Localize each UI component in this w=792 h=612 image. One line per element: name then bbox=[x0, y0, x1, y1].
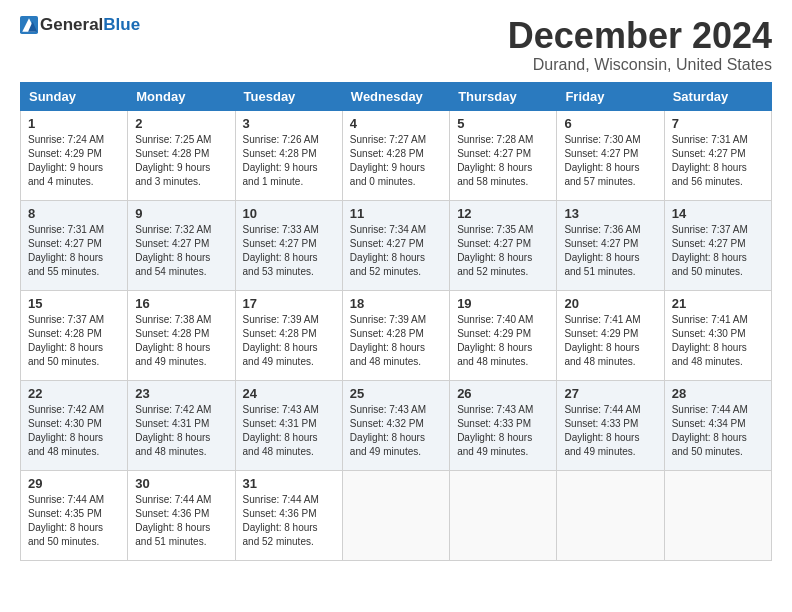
calendar-cell: 31 Sunrise: 7:44 AMSunset: 4:36 PMDaylig… bbox=[235, 470, 342, 560]
day-info: Sunrise: 7:32 AMSunset: 4:27 PMDaylight:… bbox=[135, 224, 211, 277]
day-info: Sunrise: 7:43 AMSunset: 4:33 PMDaylight:… bbox=[457, 404, 533, 457]
day-info: Sunrise: 7:40 AMSunset: 4:29 PMDaylight:… bbox=[457, 314, 533, 367]
calendar-cell: 1 Sunrise: 7:24 AMSunset: 4:29 PMDayligh… bbox=[21, 110, 128, 200]
month-title: December 2024 bbox=[508, 16, 772, 56]
day-info: Sunrise: 7:31 AMSunset: 4:27 PMDaylight:… bbox=[672, 134, 748, 187]
calendar-cell: 7 Sunrise: 7:31 AMSunset: 4:27 PMDayligh… bbox=[664, 110, 771, 200]
day-number: 11 bbox=[350, 206, 442, 221]
col-tuesday: Tuesday bbox=[235, 82, 342, 110]
day-number: 16 bbox=[135, 296, 227, 311]
day-number: 26 bbox=[457, 386, 549, 401]
calendar-cell: 2 Sunrise: 7:25 AMSunset: 4:28 PMDayligh… bbox=[128, 110, 235, 200]
calendar-cell: 27 Sunrise: 7:44 AMSunset: 4:33 PMDaylig… bbox=[557, 380, 664, 470]
day-info: Sunrise: 7:33 AMSunset: 4:27 PMDaylight:… bbox=[243, 224, 319, 277]
day-info: Sunrise: 7:44 AMSunset: 4:36 PMDaylight:… bbox=[243, 494, 319, 547]
day-info: Sunrise: 7:37 AMSunset: 4:28 PMDaylight:… bbox=[28, 314, 104, 367]
day-info: Sunrise: 7:38 AMSunset: 4:28 PMDaylight:… bbox=[135, 314, 211, 367]
day-info: Sunrise: 7:30 AMSunset: 4:27 PMDaylight:… bbox=[564, 134, 640, 187]
calendar-week-2: 8 Sunrise: 7:31 AMSunset: 4:27 PMDayligh… bbox=[21, 200, 772, 290]
page-header: GeneralBlue December 2024 Durand, Wiscon… bbox=[20, 16, 772, 74]
logo: GeneralBlue bbox=[20, 16, 140, 35]
day-info: Sunrise: 7:31 AMSunset: 4:27 PMDaylight:… bbox=[28, 224, 104, 277]
col-sunday: Sunday bbox=[21, 82, 128, 110]
calendar-week-4: 22 Sunrise: 7:42 AMSunset: 4:30 PMDaylig… bbox=[21, 380, 772, 470]
calendar-cell: 16 Sunrise: 7:38 AMSunset: 4:28 PMDaylig… bbox=[128, 290, 235, 380]
calendar-cell: 9 Sunrise: 7:32 AMSunset: 4:27 PMDayligh… bbox=[128, 200, 235, 290]
day-number: 12 bbox=[457, 206, 549, 221]
day-number: 28 bbox=[672, 386, 764, 401]
day-number: 20 bbox=[564, 296, 656, 311]
calendar-cell: 14 Sunrise: 7:37 AMSunset: 4:27 PMDaylig… bbox=[664, 200, 771, 290]
logo-blue: Blue bbox=[103, 15, 140, 34]
day-number: 4 bbox=[350, 116, 442, 131]
day-info: Sunrise: 7:41 AMSunset: 4:29 PMDaylight:… bbox=[564, 314, 640, 367]
col-monday: Monday bbox=[128, 82, 235, 110]
col-saturday: Saturday bbox=[664, 82, 771, 110]
col-thursday: Thursday bbox=[450, 82, 557, 110]
day-number: 7 bbox=[672, 116, 764, 131]
day-info: Sunrise: 7:41 AMSunset: 4:30 PMDaylight:… bbox=[672, 314, 748, 367]
calendar-cell: 15 Sunrise: 7:37 AMSunset: 4:28 PMDaylig… bbox=[21, 290, 128, 380]
day-number: 22 bbox=[28, 386, 120, 401]
day-number: 30 bbox=[135, 476, 227, 491]
day-number: 27 bbox=[564, 386, 656, 401]
day-info: Sunrise: 7:28 AMSunset: 4:27 PMDaylight:… bbox=[457, 134, 533, 187]
calendar-cell: 3 Sunrise: 7:26 AMSunset: 4:28 PMDayligh… bbox=[235, 110, 342, 200]
day-number: 21 bbox=[672, 296, 764, 311]
calendar-cell: 29 Sunrise: 7:44 AMSunset: 4:35 PMDaylig… bbox=[21, 470, 128, 560]
day-info: Sunrise: 7:44 AMSunset: 4:36 PMDaylight:… bbox=[135, 494, 211, 547]
day-info: Sunrise: 7:44 AMSunset: 4:34 PMDaylight:… bbox=[672, 404, 748, 457]
calendar-cell: 23 Sunrise: 7:42 AMSunset: 4:31 PMDaylig… bbox=[128, 380, 235, 470]
day-number: 24 bbox=[243, 386, 335, 401]
day-number: 18 bbox=[350, 296, 442, 311]
day-number: 15 bbox=[28, 296, 120, 311]
day-info: Sunrise: 7:39 AMSunset: 4:28 PMDaylight:… bbox=[243, 314, 319, 367]
day-number: 13 bbox=[564, 206, 656, 221]
day-number: 29 bbox=[28, 476, 120, 491]
day-info: Sunrise: 7:43 AMSunset: 4:31 PMDaylight:… bbox=[243, 404, 319, 457]
day-number: 2 bbox=[135, 116, 227, 131]
day-number: 23 bbox=[135, 386, 227, 401]
day-number: 3 bbox=[243, 116, 335, 131]
calendar-cell: 28 Sunrise: 7:44 AMSunset: 4:34 PMDaylig… bbox=[664, 380, 771, 470]
calendar-cell: 26 Sunrise: 7:43 AMSunset: 4:33 PMDaylig… bbox=[450, 380, 557, 470]
col-friday: Friday bbox=[557, 82, 664, 110]
calendar-cell bbox=[342, 470, 449, 560]
day-info: Sunrise: 7:44 AMSunset: 4:33 PMDaylight:… bbox=[564, 404, 640, 457]
calendar-cell: 17 Sunrise: 7:39 AMSunset: 4:28 PMDaylig… bbox=[235, 290, 342, 380]
calendar-cell: 19 Sunrise: 7:40 AMSunset: 4:29 PMDaylig… bbox=[450, 290, 557, 380]
calendar-cell: 8 Sunrise: 7:31 AMSunset: 4:27 PMDayligh… bbox=[21, 200, 128, 290]
day-info: Sunrise: 7:24 AMSunset: 4:29 PMDaylight:… bbox=[28, 134, 104, 187]
day-number: 14 bbox=[672, 206, 764, 221]
day-info: Sunrise: 7:39 AMSunset: 4:28 PMDaylight:… bbox=[350, 314, 426, 367]
calendar-cell: 25 Sunrise: 7:43 AMSunset: 4:32 PMDaylig… bbox=[342, 380, 449, 470]
calendar-cell bbox=[664, 470, 771, 560]
calendar-cell: 11 Sunrise: 7:34 AMSunset: 4:27 PMDaylig… bbox=[342, 200, 449, 290]
day-number: 31 bbox=[243, 476, 335, 491]
day-number: 1 bbox=[28, 116, 120, 131]
day-number: 17 bbox=[243, 296, 335, 311]
calendar-header-row: Sunday Monday Tuesday Wednesday Thursday… bbox=[21, 82, 772, 110]
calendar-cell: 18 Sunrise: 7:39 AMSunset: 4:28 PMDaylig… bbox=[342, 290, 449, 380]
col-wednesday: Wednesday bbox=[342, 82, 449, 110]
day-info: Sunrise: 7:35 AMSunset: 4:27 PMDaylight:… bbox=[457, 224, 533, 277]
day-number: 25 bbox=[350, 386, 442, 401]
day-number: 9 bbox=[135, 206, 227, 221]
day-number: 10 bbox=[243, 206, 335, 221]
calendar-cell: 30 Sunrise: 7:44 AMSunset: 4:36 PMDaylig… bbox=[128, 470, 235, 560]
calendar-cell: 4 Sunrise: 7:27 AMSunset: 4:28 PMDayligh… bbox=[342, 110, 449, 200]
calendar-cell: 6 Sunrise: 7:30 AMSunset: 4:27 PMDayligh… bbox=[557, 110, 664, 200]
day-info: Sunrise: 7:25 AMSunset: 4:28 PMDaylight:… bbox=[135, 134, 211, 187]
day-number: 19 bbox=[457, 296, 549, 311]
day-info: Sunrise: 7:27 AMSunset: 4:28 PMDaylight:… bbox=[350, 134, 426, 187]
day-number: 5 bbox=[457, 116, 549, 131]
day-info: Sunrise: 7:42 AMSunset: 4:30 PMDaylight:… bbox=[28, 404, 104, 457]
calendar-table: Sunday Monday Tuesday Wednesday Thursday… bbox=[20, 82, 772, 561]
calendar-cell: 24 Sunrise: 7:43 AMSunset: 4:31 PMDaylig… bbox=[235, 380, 342, 470]
day-info: Sunrise: 7:43 AMSunset: 4:32 PMDaylight:… bbox=[350, 404, 426, 457]
calendar-cell: 22 Sunrise: 7:42 AMSunset: 4:30 PMDaylig… bbox=[21, 380, 128, 470]
calendar-cell: 21 Sunrise: 7:41 AMSunset: 4:30 PMDaylig… bbox=[664, 290, 771, 380]
calendar-week-3: 15 Sunrise: 7:37 AMSunset: 4:28 PMDaylig… bbox=[21, 290, 772, 380]
calendar-week-1: 1 Sunrise: 7:24 AMSunset: 4:29 PMDayligh… bbox=[21, 110, 772, 200]
day-info: Sunrise: 7:37 AMSunset: 4:27 PMDaylight:… bbox=[672, 224, 748, 277]
